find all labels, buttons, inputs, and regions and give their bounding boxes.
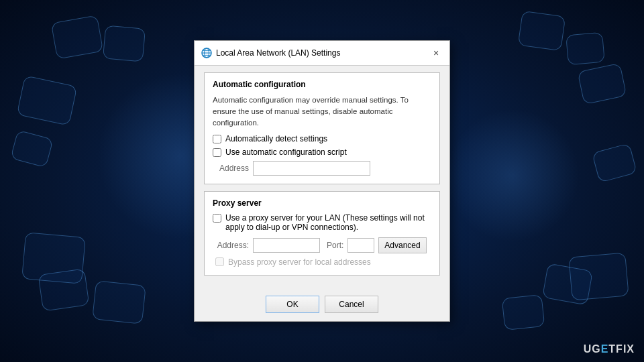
dialog-title: Local Area Network (LAN) Settings <box>216 48 425 58</box>
use-proxy-label: Use a proxy server for your LAN (These s… <box>225 213 431 232</box>
dialog-body: Automatic configuration Automatic config… <box>195 66 449 291</box>
bypass-label: Bypass proxy server for local addresses <box>228 257 371 267</box>
dialog-overlay: Local Area Network (LAN) Settings × Auto… <box>0 0 644 362</box>
dialog-titlebar: Local Area Network (LAN) Settings × <box>195 41 449 66</box>
cancel-button[interactable]: Cancel <box>325 296 378 313</box>
auto-detect-checkbox[interactable] <box>213 135 221 143</box>
auto-config-desc: Automatic configuration may override man… <box>213 95 431 128</box>
proxy-addr-row: Address: Port: 80 Advanced <box>213 237 431 253</box>
watermark-before: UG <box>584 343 601 355</box>
proxy-address-label: Address: <box>215 241 249 250</box>
port-input[interactable]: 80 <box>347 238 374 253</box>
use-proxy-checkbox[interactable] <box>213 214 221 223</box>
auto-detect-label: Automatically detect settings <box>225 134 327 143</box>
bypass-row: Bypass proxy server for local addresses <box>213 257 431 267</box>
auto-script-label: Use automatic configuration script <box>225 147 347 157</box>
port-label: Port: <box>327 241 343 250</box>
watermark-accent: E <box>601 343 609 355</box>
address-input[interactable] <box>253 161 370 176</box>
watermark-after: TFIX <box>608 343 635 355</box>
auto-config-title: Automatic configuration <box>213 80 431 89</box>
watermark: UGETFIX <box>584 343 635 355</box>
dialog-footer: OK Cancel <box>195 292 449 321</box>
close-button[interactable]: × <box>429 46 443 60</box>
auto-script-checkbox[interactable] <box>213 148 221 157</box>
auto-detect-row: Automatically detect settings <box>213 134 431 143</box>
auto-script-row: Use automatic configuration script <box>213 147 431 157</box>
proxy-address-input[interactable] <box>253 238 320 253</box>
auto-config-section: Automatic configuration Automatic config… <box>204 72 440 184</box>
advanced-button[interactable]: Advanced <box>378 237 426 253</box>
proxy-server-section: Proxy server Use a proxy server for your… <box>204 191 440 276</box>
lan-settings-dialog: Local Area Network (LAN) Settings × Auto… <box>194 40 450 321</box>
proxy-server-title: Proxy server <box>213 198 431 208</box>
globe-icon <box>201 48 212 58</box>
use-proxy-row: Use a proxy server for your LAN (These s… <box>213 213 431 232</box>
address-label: Address <box>215 164 249 173</box>
address-row: Address <box>213 161 431 176</box>
bypass-checkbox[interactable] <box>215 257 224 266</box>
ok-button[interactable]: OK <box>266 296 319 313</box>
